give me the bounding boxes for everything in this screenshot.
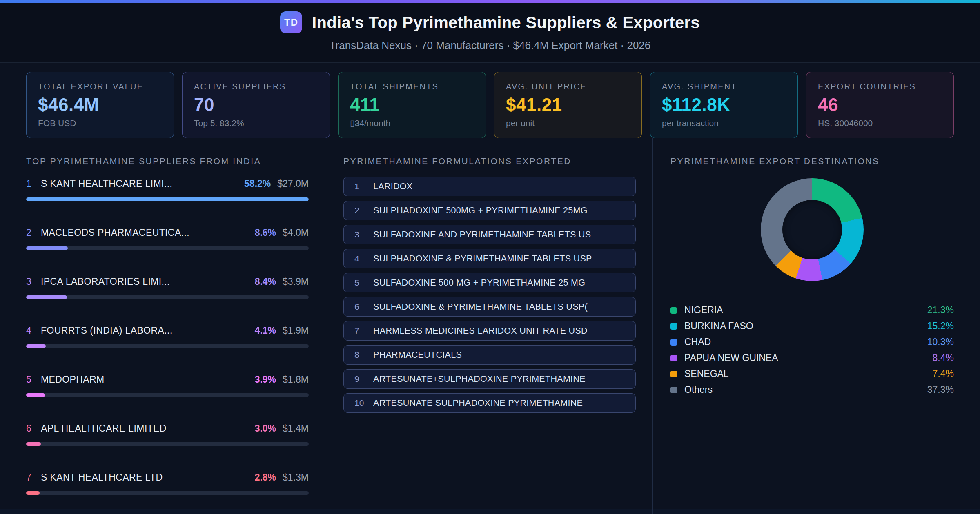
legend-swatch — [670, 371, 677, 377]
formulation-name: ARTESUNATE SULPHADOXINE PYRIMETHAMINE — [373, 398, 583, 408]
supplier-bar-track — [26, 246, 309, 250]
supplier-bar-track — [26, 491, 309, 495]
stat-sub: Top 5: 83.2% — [194, 118, 318, 128]
supplier-bar-fill — [26, 197, 309, 201]
stat-label: TOTAL SHIPMENTS — [350, 82, 474, 91]
formulation-item[interactable]: 10 ARTESUNATE SULPHADOXINE PYRIMETHAMINE — [343, 393, 636, 413]
supplier-share-percent: 4.1% — [255, 325, 276, 336]
supplier-export-value: $4.0M — [283, 227, 309, 238]
supplier-bar-fill — [26, 442, 41, 446]
formulations-panel-title: PYRIMETHAMINE FORMULATIONS EXPORTED — [343, 156, 636, 166]
legend-percent: 8.4% — [933, 352, 954, 363]
stat-label: ACTIVE SUPPLIERS — [194, 82, 318, 91]
supplier-row: 7 S KANT HEALTHCARE LTD 2.8% $1.3M — [26, 472, 309, 495]
supplier-bar-track — [26, 197, 309, 201]
formulation-rank: 7 — [354, 326, 373, 336]
legend-label: NIGERIA — [684, 305, 723, 316]
formulation-item[interactable]: 6 SULFADOXINE & PYRIMETHAMINE TABLETS US… — [343, 297, 636, 317]
supplier-name: MEDOPHARM — [41, 374, 105, 385]
supplier-name: S KANT HEALTHCARE LIMI... — [41, 178, 172, 189]
formulations-panel: PYRIMETHAMINE FORMULATIONS EXPORTED 1 LA… — [327, 138, 652, 514]
legend-swatch — [670, 323, 677, 330]
formulation-item[interactable]: 4 SULPHADOXINE & PYRIMETHAMINE TABLETS U… — [343, 249, 636, 268]
formulation-rank: 1 — [354, 182, 373, 191]
legend-percent: 7.4% — [933, 368, 954, 379]
formulation-item[interactable]: 8 PHARMACEUTCIALS — [343, 345, 636, 365]
stat-value: 411 — [350, 95, 474, 115]
supplier-share-percent: 3.0% — [255, 423, 276, 434]
stat-label: AVG. SHIPMENT — [662, 82, 786, 91]
supplier-bar-track — [26, 344, 309, 348]
formulation-rank: 8 — [354, 350, 373, 360]
stat-label: AVG. UNIT PRICE — [506, 82, 630, 91]
stat-label: TOTAL EXPORT VALUE — [38, 82, 162, 91]
supplier-name: MACLEODS PHARMACEUTICA... — [41, 227, 189, 238]
brand-logo: TD — [280, 11, 302, 33]
supplier-rank: 1 — [26, 178, 41, 189]
supplier-bar-track — [26, 393, 309, 397]
legend-label: BURKINA FASO — [684, 321, 753, 332]
legend-item: Others 37.3% — [670, 382, 954, 398]
formulation-item[interactable]: 1 LARIDOX — [343, 177, 636, 196]
formulation-item[interactable]: 2 SULPHADOXINE 500MG + PYRIMETHAMINE 25M… — [343, 201, 636, 220]
legend-percent: 10.3% — [927, 337, 954, 348]
legend-swatch — [670, 355, 677, 361]
formulation-rank: 2 — [354, 206, 373, 215]
formulation-name: SULPHADOXINE & PYRIMETHAMINE TABLETS USP — [373, 254, 592, 264]
destinations-panel: PYRIMETHAMINE EXPORT DESTINATIONS NIGERI… — [652, 138, 980, 514]
legend-swatch — [670, 307, 677, 314]
stat-card-total-export-value: TOTAL EXPORT VALUE $46.4M FOB USD — [26, 72, 174, 138]
supplier-row: 6 APL HEALTHCARE LIMITED 3.0% $1.4M — [26, 423, 309, 446]
legend-label: Others — [684, 384, 713, 395]
stat-label: EXPORT COUNTRIES — [818, 82, 942, 91]
page-subtitle: TransData Nexus · 70 Manufacturers · $46… — [0, 39, 980, 52]
stat-card-avg-unit-price: AVG. UNIT PRICE $41.21 per unit — [494, 72, 642, 138]
supplier-share-percent: 8.4% — [255, 276, 276, 287]
supplier-export-value: $1.3M — [283, 472, 309, 483]
page-title: India's Top Pyrimethamine Suppliers & Ex… — [312, 13, 700, 32]
formulation-rank: 3 — [354, 230, 373, 239]
supplier-rank: 4 — [26, 325, 41, 336]
legend-percent: 21.3% — [927, 305, 954, 316]
formulation-name: SULFADOXINE AND PYRIMETHAMINE TABLETS US — [373, 230, 591, 240]
supplier-bar-fill — [26, 344, 46, 348]
legend-swatch — [670, 339, 677, 346]
legend-label: PAPUA NEW GUINEA — [684, 352, 778, 363]
stat-card-active-suppliers: ACTIVE SUPPLIERS 70 Top 5: 83.2% — [182, 72, 330, 138]
formulation-rank: 5 — [354, 278, 373, 288]
suppliers-panel-title: TOP PYRIMETHAMINE SUPPLIERS FROM INDIA — [26, 156, 309, 166]
legend-item: PAPUA NEW GUINEA 8.4% — [670, 350, 954, 366]
formulation-item[interactable]: 9 ARTESUNATE+SULPHADOXINE PYRIMETHAMINE — [343, 369, 636, 389]
legend-label: CHAD — [684, 337, 711, 348]
formulation-item[interactable]: 3 SULFADOXINE AND PYRIMETHAMINE TABLETS … — [343, 225, 636, 244]
supplier-export-value: $27.0M — [277, 178, 309, 189]
supplier-row: 2 MACLEODS PHARMACEUTICA... 8.6% $4.0M — [26, 227, 309, 250]
destinations-panel-title: PYRIMETHAMINE EXPORT DESTINATIONS — [670, 156, 954, 166]
stat-sub: FOB USD — [38, 118, 162, 128]
formulation-name: SULFADOXINE 500 MG + PYRIMETHAMINE 25 MG — [373, 278, 585, 288]
formulation-name: HARMLESS MEDICINES LARIDOX UNIT RATE USD — [373, 326, 588, 336]
suppliers-list: 1 S KANT HEALTHCARE LIMI... 58.2% $27.0M… — [26, 178, 309, 495]
formulation-item[interactable]: 5 SULFADOXINE 500 MG + PYRIMETHAMINE 25 … — [343, 273, 636, 292]
formulations-list: 1 LARIDOX 2 SULPHADOXINE 500MG + PYRIMET… — [343, 177, 636, 413]
supplier-bar-track — [26, 295, 309, 299]
supplier-bar-fill — [26, 491, 40, 495]
legend-percent: 37.3% — [927, 384, 954, 395]
supplier-row: 5 MEDOPHARM 3.9% $1.8M — [26, 374, 309, 397]
donut-hole — [782, 200, 842, 259]
supplier-row: 1 S KANT HEALTHCARE LIMI... 58.2% $27.0M — [26, 178, 309, 201]
supplier-export-value: $1.8M — [283, 374, 309, 385]
supplier-rank: 7 — [26, 472, 41, 483]
supplier-row: 3 IPCA LABORATORIES LIMI... 8.4% $3.9M — [26, 276, 309, 299]
suppliers-panel: TOP PYRIMETHAMINE SUPPLIERS FROM INDIA 1… — [0, 138, 327, 514]
supplier-bar-fill — [26, 393, 45, 397]
formulation-item[interactable]: 7 HARMLESS MEDICINES LARIDOX UNIT RATE U… — [343, 321, 636, 341]
supplier-bar-fill — [26, 246, 68, 250]
supplier-export-value: $3.9M — [283, 276, 309, 287]
supplier-export-value: $1.4M — [283, 423, 309, 434]
formulation-rank: 10 — [354, 398, 373, 408]
supplier-row: 4 FOURRTS (INDIA) LABORA... 4.1% $1.9M — [26, 325, 309, 348]
legend-item: SENEGAL 7.4% — [670, 366, 954, 382]
formulation-name: LARIDOX — [373, 182, 413, 192]
supplier-share-percent: 8.6% — [255, 227, 276, 238]
